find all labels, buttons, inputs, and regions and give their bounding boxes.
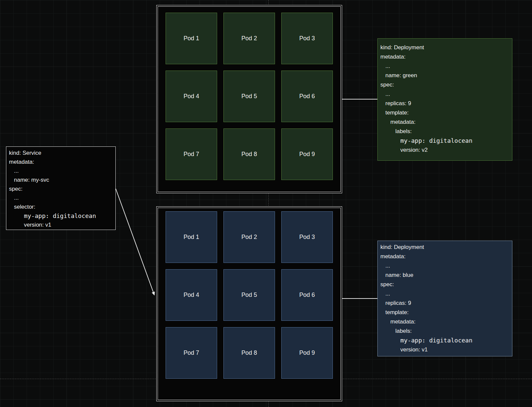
pod-label: Pod 2 bbox=[241, 35, 257, 42]
pod-label: Pod 2 bbox=[241, 234, 257, 241]
pod-label: Pod 3 bbox=[299, 35, 315, 42]
yaml-line: my-app: digitalocean bbox=[380, 136, 509, 145]
pod: Pod 2 bbox=[223, 13, 275, 64]
service-yaml-box: kind: Servicemetadata:...name: my-svcspe… bbox=[6, 146, 116, 230]
yaml-line: spec: bbox=[9, 184, 113, 193]
yaml-line: replicas: 9 bbox=[380, 99, 509, 108]
pod: Pod 2 bbox=[223, 211, 275, 263]
yaml-line: ... bbox=[380, 62, 509, 71]
pod: Pod 1 bbox=[166, 13, 217, 64]
yaml-line: spec: bbox=[380, 80, 509, 90]
yaml-line: kind: Service bbox=[9, 148, 113, 157]
yaml-line: labels: bbox=[380, 127, 509, 136]
yaml-line: version: v2 bbox=[380, 145, 509, 155]
pod: Pod 1 bbox=[166, 211, 217, 263]
pod-label: Pod 8 bbox=[241, 349, 257, 356]
pod-label: Pod 1 bbox=[184, 35, 199, 42]
yaml-line: ... bbox=[9, 193, 113, 202]
pod-label: Pod 5 bbox=[241, 93, 257, 100]
pod-label: Pod 8 bbox=[241, 151, 257, 158]
yaml-line: metadata: bbox=[380, 117, 509, 127]
yaml-line: metadata: bbox=[380, 317, 509, 326]
pod: Pod 8 bbox=[223, 128, 275, 180]
pod: Pod 7 bbox=[166, 128, 217, 180]
pod: Pod 8 bbox=[223, 327, 275, 379]
yaml-line: ... bbox=[380, 289, 509, 299]
green-pod-grid: Pod 1Pod 2Pod 3Pod 4Pod 5Pod 6Pod 7Pod 8… bbox=[157, 5, 342, 193]
pod-label: Pod 9 bbox=[299, 151, 315, 158]
pod: Pod 5 bbox=[223, 71, 275, 122]
pod: Pod 6 bbox=[281, 269, 333, 321]
yaml-line: template: bbox=[380, 108, 509, 117]
yaml-line: version: v1 bbox=[9, 220, 113, 229]
pod-label: Pod 9 bbox=[299, 349, 315, 356]
green-deployment-yaml-box: kind: Deploymentmetadata:...name: greens… bbox=[377, 38, 512, 161]
pod-label: Pod 7 bbox=[184, 349, 199, 356]
yaml-line: my-app: digitalocean bbox=[9, 211, 113, 220]
yaml-line: ... bbox=[380, 90, 509, 99]
pod: Pod 6 bbox=[281, 71, 333, 122]
pod-label: Pod 6 bbox=[299, 93, 315, 100]
yaml-line: version: v1 bbox=[380, 345, 509, 354]
yaml-line: selector: bbox=[9, 202, 113, 211]
yaml-line: name: blue bbox=[380, 271, 509, 280]
yaml-line: kind: Deployment bbox=[380, 243, 509, 252]
pod: Pod 3 bbox=[281, 13, 333, 64]
yaml-line: labels: bbox=[380, 326, 509, 336]
yaml-line: name: green bbox=[380, 71, 509, 80]
yaml-line: ... bbox=[9, 166, 113, 175]
pod: Pod 9 bbox=[281, 327, 333, 379]
yaml-line: ... bbox=[380, 261, 509, 271]
pod: Pod 7 bbox=[166, 327, 217, 379]
pod: Pod 3 bbox=[281, 211, 333, 263]
pod-label: Pod 5 bbox=[241, 292, 257, 299]
pod-label: Pod 4 bbox=[184, 292, 199, 299]
yaml-line: metadata: bbox=[380, 52, 509, 62]
blue-deployment-yaml-box: kind: Deploymentmetadata:...name: bluesp… bbox=[377, 241, 512, 356]
pod-label: Pod 3 bbox=[299, 234, 315, 241]
pod: Pod 4 bbox=[166, 269, 217, 321]
yaml-line: replicas: 9 bbox=[380, 299, 509, 308]
service-to-blue-arrow bbox=[116, 189, 154, 295]
pod-label: Pod 7 bbox=[184, 151, 199, 158]
pod: Pod 4 bbox=[166, 71, 217, 122]
pod-label: Pod 1 bbox=[184, 234, 199, 241]
yaml-line: metadata: bbox=[380, 252, 509, 261]
green-replicaset-container: Pod 1Pod 2Pod 3Pod 4Pod 5Pod 6Pod 7Pod 8… bbox=[156, 5, 342, 193]
pod: Pod 5 bbox=[223, 269, 275, 321]
pod-label: Pod 6 bbox=[299, 292, 315, 299]
blue-replicaset-container: Pod 1Pod 2Pod 3Pod 4Pod 5Pod 6Pod 7Pod 8… bbox=[156, 206, 342, 401]
yaml-line: spec: bbox=[380, 280, 509, 289]
pod-label: Pod 4 bbox=[184, 93, 199, 100]
yaml-line: metadata: bbox=[9, 157, 113, 166]
yaml-line: name: my-svc bbox=[9, 175, 113, 184]
yaml-line: template: bbox=[380, 308, 509, 317]
blue-pod-grid: Pod 1Pod 2Pod 3Pod 4Pod 5Pod 6Pod 7Pod 8… bbox=[157, 207, 342, 401]
pod: Pod 9 bbox=[281, 128, 333, 180]
yaml-line: kind: Deployment bbox=[380, 43, 509, 52]
yaml-line: my-app: digitalocean bbox=[380, 336, 509, 345]
